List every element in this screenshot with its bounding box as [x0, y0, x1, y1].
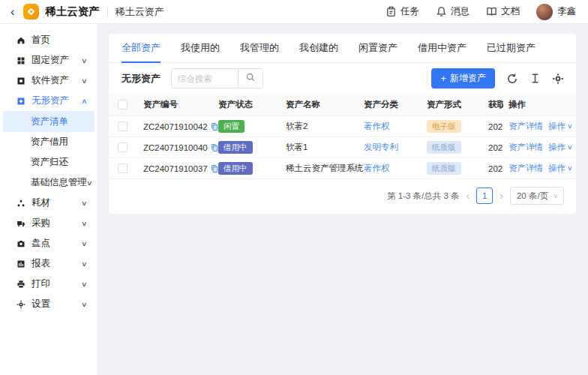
sidebar-item-home[interactable]: 首页: [3, 30, 94, 50]
page-size-select[interactable]: 20 条/页 ∨: [510, 187, 564, 205]
section-title: 无形资产: [122, 72, 160, 86]
category-link[interactable]: 著作权: [364, 122, 390, 130]
acquired-date-clipped: 202: [488, 164, 503, 173]
user-name: 李鑫: [557, 5, 576, 18]
status-badge: 借用中: [218, 141, 253, 154]
messages-nav[interactable]: 消息: [436, 5, 470, 18]
sidebar-item-asset-borrow[interactable]: 资产借用: [3, 132, 94, 152]
asset-detail-link[interactable]: 资产详情: [508, 142, 543, 153]
tab-my-used[interactable]: 我使用的: [181, 34, 220, 63]
chevron-down-icon: ∨: [81, 57, 88, 64]
search-button[interactable]: [238, 69, 262, 88]
copy-icon[interactable]: [210, 143, 219, 152]
copy-icon[interactable]: [210, 122, 219, 131]
main-content: 全部资产 我使用的 我管理的 我创建的 闲置资产 借用中资产 已过期资产 无形资…: [98, 24, 588, 375]
form-badge: 电子版: [427, 120, 461, 134]
column-settings-icon[interactable]: [552, 73, 564, 85]
breadcrumb: 稀土云资产: [116, 5, 164, 19]
sidebar-item-software-assets[interactable]: 软件资产 ∨: [3, 70, 94, 91]
tab-all-assets[interactable]: 全部资产: [122, 34, 160, 63]
sidebar-item-settings[interactable]: 设置 ∨: [3, 294, 94, 314]
add-asset-label: 新增资产: [450, 72, 486, 85]
table-header-row: 资产编号 资产状态 资产名称 资产分类 资产形式 获取 操作: [109, 94, 576, 116]
sidebar-item-asset-return[interactable]: 资产归还: [3, 152, 94, 172]
chevron-down-icon: ∨: [81, 280, 88, 288]
chevron-down-icon: ∨: [81, 301, 88, 308]
form-badge: 纸质版: [427, 141, 461, 154]
tasks-nav[interactable]: 任务: [386, 5, 419, 18]
status-badge: 借用中: [218, 162, 253, 176]
row-checkbox[interactable]: [118, 142, 128, 152]
sidebar-item-asset-list[interactable]: 资产清单: [3, 111, 94, 132]
column-header-name: 资产名称: [286, 99, 364, 110]
tab-borrowed-assets[interactable]: 借用中资产: [418, 34, 466, 63]
chevron-down-icon: ∨: [567, 144, 573, 151]
refresh-icon[interactable]: [506, 73, 518, 85]
sidebar-item-consumables[interactable]: 耗材 ∨: [3, 193, 94, 213]
chevron-down-icon: ∨: [81, 77, 88, 85]
sidebar-item-basic-info[interactable]: 基础信息管理 ∨: [3, 172, 94, 193]
search-input[interactable]: [172, 69, 238, 88]
bell-icon: [436, 6, 447, 17]
search-icon: [245, 72, 256, 86]
page-number[interactable]: 1: [476, 188, 493, 204]
asset-detail-link[interactable]: 资产详情: [508, 163, 543, 174]
sidebar-item-print[interactable]: 打印 ∨: [3, 274, 94, 294]
doc-icon: [486, 6, 497, 17]
tab-my-managed[interactable]: 我管理的: [240, 34, 279, 63]
select-all-checkbox[interactable]: [118, 100, 128, 110]
sidebar-item-fixed-assets[interactable]: 固定资产 ∨: [3, 50, 94, 70]
settings-icon: [16, 299, 26, 309]
row-checkbox[interactable]: [118, 122, 128, 131]
intangible-icon: [16, 96, 26, 106]
chevron-down-icon: ∨: [567, 123, 573, 130]
task-icon: [386, 6, 397, 17]
chevron-down-icon: ∨: [81, 220, 88, 227]
app-window: ‹ 稀土云资产 稀土云资产 任务: [0, 0, 588, 375]
asset-detail-link[interactable]: 资产详情: [508, 121, 543, 132]
chevron-down-icon: ∨: [567, 165, 573, 172]
copy-icon[interactable]: [210, 164, 219, 173]
app-logo: [23, 4, 39, 20]
docs-label: 文档: [501, 5, 520, 18]
chevron-down-icon: ∨: [81, 240, 88, 248]
tab-idle-assets[interactable]: 闲置资产: [358, 34, 398, 63]
tab-expired-assets[interactable]: 已过期资产: [487, 34, 536, 63]
tasks-label: 任务: [400, 5, 419, 18]
header-divider: [107, 7, 108, 17]
next-page-icon[interactable]: ›: [500, 190, 503, 201]
chevron-down-icon: ∨: [81, 260, 88, 268]
avatar: [536, 4, 553, 20]
sidebar-item-reports[interactable]: 报表 ∨: [3, 254, 94, 274]
prev-page-icon[interactable]: ‹: [466, 190, 470, 201]
back-icon[interactable]: ‹: [10, 6, 14, 18]
status-badge: 闲置: [218, 120, 244, 134]
sidebar-item-intangible-assets[interactable]: 无形资产 ∧: [3, 91, 94, 111]
row-checkbox[interactable]: [118, 164, 128, 173]
plus-icon: +: [440, 73, 446, 84]
pagination-summary: 第 1-3 条/总共 3 条: [387, 190, 460, 202]
toolbar: 无形资产 + 新增资产: [109, 63, 576, 94]
add-asset-button[interactable]: + 新增资产: [431, 68, 495, 88]
row-height-icon[interactable]: [530, 73, 541, 84]
row-actions-menu[interactable]: 操作∨: [548, 163, 572, 174]
asset-name: 软著1: [286, 142, 364, 153]
print-icon: [16, 279, 26, 289]
row-actions-menu[interactable]: 操作∨: [548, 121, 572, 132]
user-menu[interactable]: 李鑫: [536, 4, 576, 20]
top-header: ‹ 稀土云资产 稀土云资产 任务: [0, 0, 588, 24]
content-card: 全部资产 我使用的 我管理的 我创建的 闲置资产 借用中资产 已过期资产 无形资…: [109, 34, 576, 214]
tab-my-created[interactable]: 我创建的: [299, 34, 338, 63]
search-box: [171, 68, 263, 88]
sidebar-item-procurement[interactable]: 采购 ∨: [3, 213, 94, 233]
row-actions-menu[interactable]: 操作∨: [548, 142, 572, 153]
software-icon: [16, 76, 26, 86]
category-link[interactable]: 著作权: [364, 164, 390, 172]
sidebar-item-inventory[interactable]: 盘点 ∨: [3, 233, 94, 254]
docs-nav[interactable]: 文档: [486, 5, 520, 18]
header-actions: 任务 消息 文档: [386, 4, 576, 20]
category-link[interactable]: 发明专利: [364, 142, 398, 152]
grid-icon: [16, 56, 26, 65]
asset-code: ZC24071910037: [143, 164, 208, 173]
column-header-status: 资产状态: [218, 99, 286, 110]
